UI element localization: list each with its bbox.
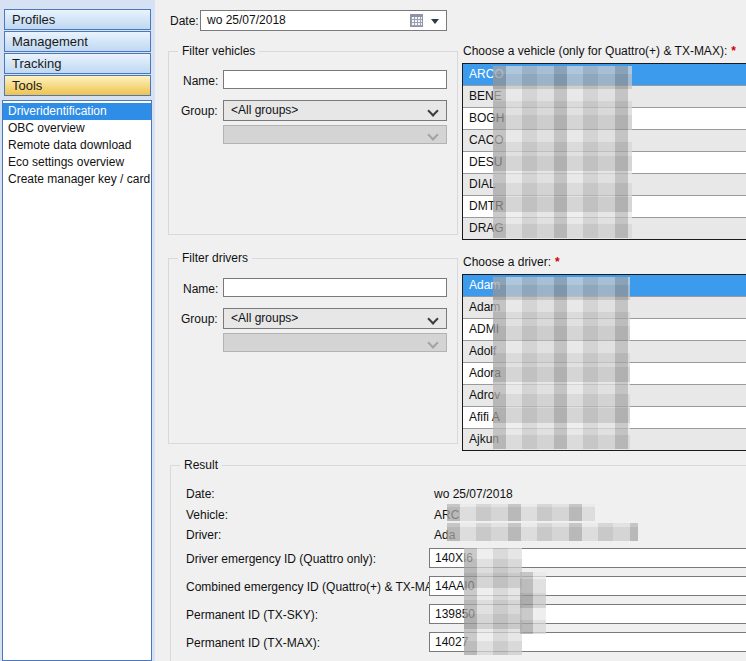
- vehicle-group-label: Group:: [181, 104, 218, 118]
- sidebar-section-tracking[interactable]: Tracking: [4, 53, 151, 74]
- choose-vehicle-label: Choose a vehicle (only for Quattro(+) & …: [463, 44, 736, 58]
- vehicle-group-select[interactable]: <All groups>: [223, 100, 447, 121]
- chevron-down-icon: [427, 337, 438, 348]
- vehicle-name-label: Name:: [183, 74, 218, 88]
- driver-name-label: Name:: [183, 282, 218, 296]
- driver-emergency-id-label: Driver emergency ID (Quattro only):: [186, 552, 376, 566]
- chevron-down-icon: [427, 105, 438, 116]
- sidebar-section-tools[interactable]: Tools: [4, 75, 151, 96]
- driver-name-input[interactable]: [223, 278, 447, 297]
- result-date-label: Date:: [186, 487, 215, 501]
- filter-vehicles-groupbox: Filter vehicles Name: Group: <All groups…: [168, 51, 458, 235]
- choose-driver-label-text: Choose a driver:: [463, 255, 551, 269]
- required-asterisk: *: [731, 44, 736, 58]
- privacy-blur-result-vehicle: [447, 504, 595, 521]
- result-driver-label: Driver:: [186, 528, 221, 542]
- driver-group-value: <All groups>: [231, 311, 298, 325]
- driver-group-label: Group:: [181, 312, 218, 326]
- privacy-blur-vehicles: [493, 66, 632, 238]
- result-vehicle-label: Vehicle:: [186, 508, 228, 522]
- required-asterisk: *: [555, 255, 560, 269]
- choose-vehicle-label-text: Choose a vehicle (only for Quattro(+) & …: [463, 44, 727, 58]
- choose-driver-label: Choose a driver:*: [463, 255, 560, 269]
- driveridentification-screen: { "sidebar": { "sections": [ {"label": "…: [0, 0, 746, 661]
- vehicle-subgroup-select: [223, 125, 447, 144]
- driver-group-select[interactable]: <All groups>: [223, 308, 447, 329]
- date-label: Date:: [170, 14, 199, 28]
- chevron-down-icon: [427, 129, 438, 140]
- sidebar-item-eco-settings-overview[interactable]: Eco settings overview: [3, 154, 151, 171]
- sidebar-section-profiles[interactable]: Profiles: [4, 9, 151, 30]
- tools-submenu-panel: Driveridentification OBC overview Remote…: [2, 100, 152, 661]
- result-title: Result: [180, 458, 222, 472]
- chevron-down-icon: [427, 313, 438, 324]
- filter-drivers-groupbox: Filter drivers Name: Group: <All groups>: [168, 258, 458, 444]
- sidebar-item-driveridentification[interactable]: Driveridentification: [3, 103, 151, 120]
- date-picker[interactable]: wo 25/07/2018: [200, 10, 447, 31]
- driver-subgroup-select: [223, 333, 447, 352]
- result-groupbox: Result Date: wo 25/07/2018 Vehicle: ARC …: [170, 465, 746, 661]
- permanent-id-tx-sky-label: Permanent ID (TX-SKY):: [186, 608, 318, 622]
- privacy-blur-drivers: [493, 277, 630, 449]
- sidebar-item-obc-overview[interactable]: OBC overview: [3, 120, 151, 137]
- sidebar-item-create-manager-key[interactable]: Create manager key / card: [3, 171, 151, 188]
- privacy-blur-ids: [464, 548, 522, 655]
- date-dropdown-arrow-icon[interactable]: [431, 19, 439, 24]
- combined-emergency-id-label: Combined emergency ID (Quattro(+) & TX-M…: [186, 580, 448, 594]
- permanent-id-tx-max-label: Permanent ID (TX-MAX):: [186, 636, 320, 650]
- filter-vehicles-title: Filter vehicles: [178, 44, 259, 58]
- filter-drivers-title: Filter drivers: [178, 251, 252, 265]
- vehicle-name-input[interactable]: [223, 70, 447, 89]
- result-date-value: wo 25/07/2018: [434, 487, 513, 501]
- privacy-blur-ids: [520, 572, 546, 634]
- date-value: wo 25/07/2018: [207, 13, 286, 27]
- calendar-icon[interactable]: [410, 14, 423, 27]
- privacy-blur-result-driver: [447, 523, 638, 541]
- vehicle-group-value: <All groups>: [231, 103, 298, 117]
- sidebar-section-management[interactable]: Management: [4, 31, 151, 52]
- sidebar-item-remote-data-download[interactable]: Remote data download: [3, 137, 151, 154]
